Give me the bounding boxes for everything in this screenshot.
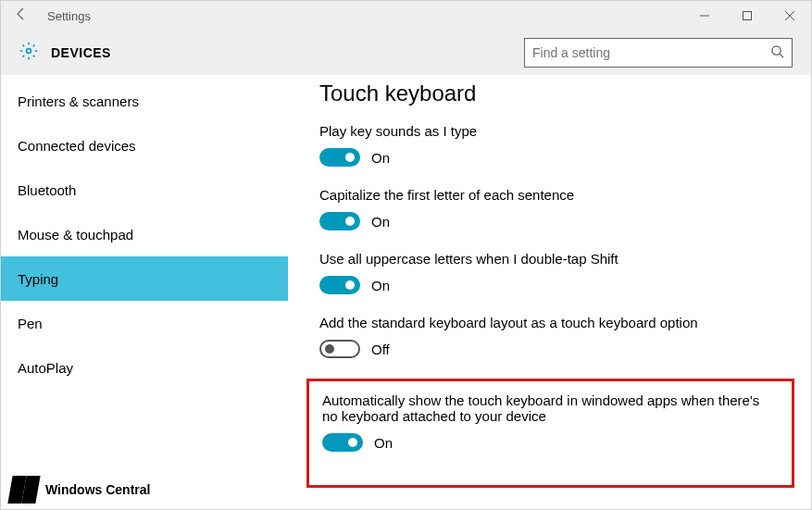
settings-window: Settings DEVICES: [0, 0, 812, 510]
maximize-button[interactable]: [726, 1, 768, 31]
minimize-button[interactable]: [683, 1, 726, 31]
sidebar-item-bluetooth[interactable]: Bluetooth: [1, 168, 288, 212]
setting-label: Use all uppercase letters when I double-…: [319, 251, 785, 267]
toggle-switch[interactable]: [319, 276, 360, 294]
header: DEVICES: [1, 31, 811, 75]
setting-label: Automatically show the touch keyboard in…: [322, 392, 775, 424]
toggle-switch[interactable]: [319, 148, 360, 167]
sidebar-item-printers-scanners[interactable]: Printers & scanners: [1, 79, 288, 123]
gear-icon: [19, 42, 38, 64]
toggle-switch[interactable]: [319, 340, 360, 358]
watermark: Windows Central: [10, 476, 150, 504]
toggle-knob: [345, 153, 355, 162]
sidebar-item-label: Connected devices: [18, 138, 136, 154]
highlight-box: Automatically show the touch keyboard in…: [306, 379, 794, 488]
setting-label: Capitalize the first letter of each sent…: [319, 187, 785, 203]
window-title: Settings: [47, 9, 91, 23]
toggle-switch[interactable]: [319, 212, 360, 230]
content: Touch keyboard Play key sounds as I type…: [288, 75, 811, 509]
sidebar-item-label: Bluetooth: [18, 182, 76, 198]
setting-label: Play key sounds as I type: [319, 123, 785, 139]
toggle-row: Off: [319, 340, 785, 358]
sidebar-item-label: Mouse & touchpad: [18, 227, 133, 243]
toggle-state-label: On: [371, 214, 390, 230]
sidebar-item-pen[interactable]: Pen: [1, 301, 288, 345]
windows-logo-icon: [7, 476, 40, 504]
search-icon: [770, 44, 784, 62]
sidebar-item-label: AutoPlay: [18, 360, 73, 376]
titlebar: Settings: [1, 1, 811, 31]
setting-row: Play key sounds as I typeOn: [319, 123, 785, 167]
toggle-row: On: [322, 433, 775, 452]
sidebar-item-label: Typing: [18, 271, 58, 287]
setting-row: Add the standard keyboard layout as a to…: [319, 315, 785, 358]
toggle-knob: [345, 217, 355, 226]
sidebar-item-label: Pen: [18, 316, 43, 331]
search-box[interactable]: [524, 38, 793, 68]
sidebar-item-connected-devices[interactable]: Connected devices: [1, 123, 288, 168]
toggle-state-label: On: [371, 150, 390, 166]
setting-row: Automatically show the touch keyboard in…: [322, 392, 775, 452]
setting-row: Capitalize the first letter of each sent…: [319, 187, 785, 230]
svg-rect-1: [743, 12, 752, 20]
toggle-knob: [325, 344, 334, 354]
toggle-state-label: On: [371, 278, 390, 293]
svg-line-6: [780, 54, 783, 57]
back-button[interactable]: [6, 6, 36, 25]
sidebar-item-autoplay[interactable]: AutoPlay: [1, 345, 288, 390]
sidebar-item-typing[interactable]: Typing: [1, 256, 288, 301]
toggle-switch[interactable]: [322, 433, 363, 452]
section-title: DEVICES: [51, 45, 111, 60]
toggle-state-label: Off: [371, 342, 390, 357]
search-input[interactable]: [532, 45, 770, 60]
sidebar-item-mouse-touchpad[interactable]: Mouse & touchpad: [1, 212, 288, 256]
toggle-state-label: On: [374, 435, 393, 451]
toggle-row: On: [319, 276, 785, 294]
svg-point-4: [27, 49, 31, 54]
close-button[interactable]: [768, 1, 811, 31]
toggle-knob: [348, 438, 357, 447]
toggle-knob: [345, 280, 355, 290]
sidebar: Printers & scannersConnected devicesBlue…: [1, 75, 288, 509]
watermark-text: Windows Central: [45, 482, 150, 497]
setting-row: Use all uppercase letters when I double-…: [319, 251, 785, 294]
toggle-row: On: [319, 148, 785, 167]
sidebar-item-label: Printers & scanners: [18, 93, 139, 109]
window-controls: [683, 1, 811, 31]
setting-label: Add the standard keyboard layout as a to…: [319, 315, 785, 330]
toggle-row: On: [319, 212, 785, 230]
page-title: Touch keyboard: [319, 81, 785, 106]
svg-point-5: [772, 45, 781, 54]
